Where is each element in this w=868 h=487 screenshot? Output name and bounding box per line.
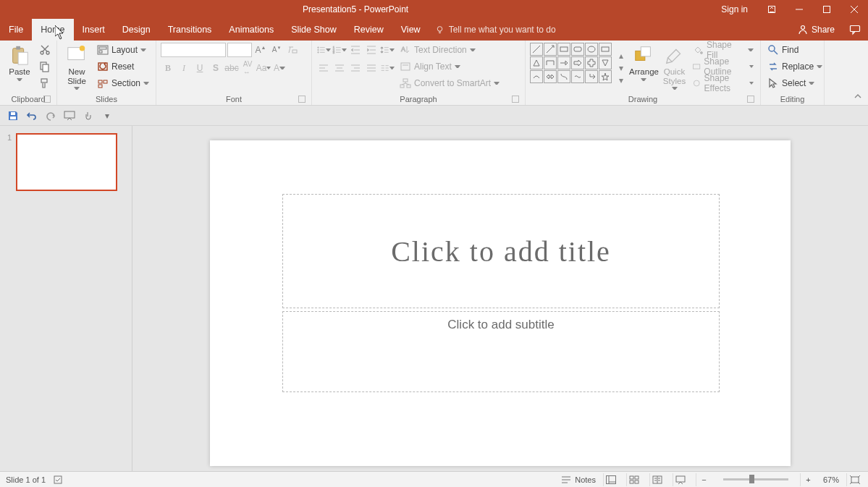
find-button[interactable]: Find bbox=[765, 43, 825, 57]
ribbon-display-options-button[interactable] bbox=[758, 0, 785, 19]
chevron-down-icon bbox=[143, 82, 149, 85]
shapes-more[interactable]: ▾ bbox=[616, 75, 626, 86]
section-button[interactable]: Section bbox=[95, 76, 151, 90]
tab-transitions[interactable]: Transitions bbox=[159, 19, 221, 41]
slide-thumbnail-1[interactable] bbox=[16, 133, 117, 191]
italic-button[interactable]: I bbox=[177, 61, 191, 75]
quick-styles-button[interactable]: Quick Styles bbox=[662, 43, 687, 93]
chevron-down-icon bbox=[17, 78, 22, 81]
numbering-button[interactable]: 123 bbox=[332, 43, 347, 57]
line-spacing-button[interactable] bbox=[380, 43, 395, 57]
change-case-button[interactable]: Aa bbox=[256, 61, 271, 75]
convert-smartart-button[interactable]: Convert to SmartArt bbox=[397, 76, 502, 90]
decrease-font-button[interactable]: A▼ bbox=[269, 43, 284, 57]
shapes-scroll-up[interactable]: ▴ bbox=[616, 50, 626, 62]
editing-group-label: Editing bbox=[765, 93, 819, 105]
qat-customize-button[interactable]: ▾ bbox=[101, 110, 113, 122]
shape-fill-button[interactable]: Shape Fill bbox=[690, 43, 756, 57]
svg-rect-23 bbox=[98, 80, 102, 83]
underline-button[interactable]: U bbox=[193, 61, 207, 75]
title-placeholder[interactable]: Click to add title bbox=[282, 194, 720, 308]
bold-button[interactable]: B bbox=[161, 61, 175, 75]
share-button[interactable]: Share bbox=[790, 19, 842, 41]
quick-styles-label: Quick Styles bbox=[663, 67, 686, 85]
increase-indent-button[interactable] bbox=[364, 43, 379, 57]
font-name-combo[interactable] bbox=[161, 43, 226, 57]
tab-review[interactable]: Review bbox=[345, 19, 392, 41]
shadow-button[interactable]: S bbox=[208, 61, 223, 75]
slide-canvas[interactable]: Click to add title Click to add subtitle bbox=[132, 126, 868, 471]
paste-label: Paste bbox=[9, 67, 30, 77]
tab-file[interactable]: File bbox=[0, 19, 32, 41]
new-slide-button[interactable]: New Slide bbox=[62, 43, 92, 93]
align-left-button[interactable] bbox=[316, 61, 331, 75]
spellcheck-icon[interactable] bbox=[53, 474, 64, 486]
paragraph-launcher[interactable] bbox=[512, 96, 519, 103]
shape-effects-button[interactable]: Shape Effects bbox=[690, 76, 756, 90]
tab-design[interactable]: Design bbox=[114, 19, 159, 41]
select-button[interactable]: Select bbox=[765, 76, 825, 90]
sign-in-link[interactable]: Sign in bbox=[711, 0, 758, 19]
align-right-button[interactable] bbox=[348, 61, 363, 75]
font-color-button[interactable]: A bbox=[272, 61, 287, 75]
replace-button[interactable]: Replace bbox=[765, 59, 825, 74]
zoom-level[interactable]: 67% bbox=[823, 475, 839, 484]
bullets-button[interactable] bbox=[316, 43, 331, 57]
normal-view-button[interactable] bbox=[603, 473, 619, 486]
zoom-in-button[interactable]: + bbox=[800, 473, 816, 486]
subtitle-placeholder[interactable]: Click to add subtitle bbox=[282, 311, 720, 392]
zoom-out-button[interactable]: − bbox=[696, 473, 712, 486]
fit-to-window-button[interactable] bbox=[846, 473, 862, 486]
layout-button[interactable]: Layout bbox=[95, 43, 151, 57]
format-painter-button[interactable] bbox=[38, 76, 52, 90]
slide[interactable]: Click to add title Click to add subtitle bbox=[210, 140, 791, 466]
tab-home[interactable]: Home bbox=[32, 19, 73, 41]
justify-button[interactable] bbox=[364, 61, 379, 75]
align-center-button[interactable] bbox=[332, 61, 347, 75]
reading-view-button[interactable] bbox=[649, 473, 665, 486]
columns-button[interactable] bbox=[380, 61, 395, 75]
start-from-beginning-button[interactable] bbox=[64, 110, 75, 122]
clipboard-launcher[interactable] bbox=[43, 96, 51, 103]
copy-button[interactable] bbox=[38, 59, 52, 74]
arrange-button[interactable]: Arrange bbox=[629, 43, 659, 93]
decrease-indent-button[interactable] bbox=[348, 43, 363, 57]
tab-insert[interactable]: Insert bbox=[74, 19, 114, 41]
indent-icon bbox=[366, 44, 377, 56]
touch-mouse-mode-button[interactable] bbox=[83, 110, 94, 122]
tab-view[interactable]: View bbox=[392, 19, 429, 41]
clear-formatting-button[interactable] bbox=[285, 43, 300, 57]
minimize-button[interactable] bbox=[785, 0, 813, 19]
redo-button[interactable] bbox=[45, 110, 56, 122]
font-launcher[interactable] bbox=[298, 96, 306, 103]
drawing-launcher[interactable] bbox=[747, 96, 754, 103]
strikethrough-button[interactable]: abc bbox=[224, 61, 239, 75]
window-title: Presentation5 - PowerPoint bbox=[0, 4, 711, 14]
notes-button[interactable]: Notes bbox=[560, 474, 596, 486]
tab-slideshow[interactable]: Slide Show bbox=[282, 19, 345, 41]
shapes-scroll-down[interactable]: ▾ bbox=[616, 62, 626, 74]
zoom-slider[interactable] bbox=[723, 478, 788, 480]
tab-animations[interactable]: Animations bbox=[220, 19, 282, 41]
undo-button[interactable] bbox=[26, 110, 38, 122]
align-text-button[interactable]: Align Text bbox=[397, 59, 502, 74]
increase-font-button[interactable]: A▲ bbox=[253, 43, 268, 57]
reset-button[interactable]: Reset bbox=[95, 59, 151, 74]
font-size-combo[interactable] bbox=[227, 43, 252, 57]
slide-sorter-view-button[interactable] bbox=[626, 473, 642, 486]
shape-outline-button[interactable]: Shape Outline bbox=[690, 59, 756, 74]
comments-button[interactable] bbox=[842, 19, 868, 41]
collapse-ribbon-button[interactable] bbox=[848, 41, 868, 105]
close-button[interactable] bbox=[840, 0, 868, 19]
char-spacing-button[interactable]: AV↔ bbox=[240, 61, 255, 75]
save-button[interactable] bbox=[7, 110, 19, 122]
shapes-gallery[interactable] bbox=[530, 43, 612, 93]
text-direction-button[interactable]: AText Direction bbox=[397, 43, 502, 57]
paste-button[interactable]: Paste bbox=[4, 43, 35, 93]
svg-rect-71 bbox=[407, 85, 410, 88]
slideshow-view-button[interactable] bbox=[673, 473, 688, 486]
tell-me-search[interactable]: Tell me what you want to do bbox=[429, 19, 556, 41]
maximize-button[interactable] bbox=[813, 0, 840, 19]
cut-button[interactable] bbox=[38, 43, 52, 57]
bullets-icon bbox=[316, 44, 326, 56]
